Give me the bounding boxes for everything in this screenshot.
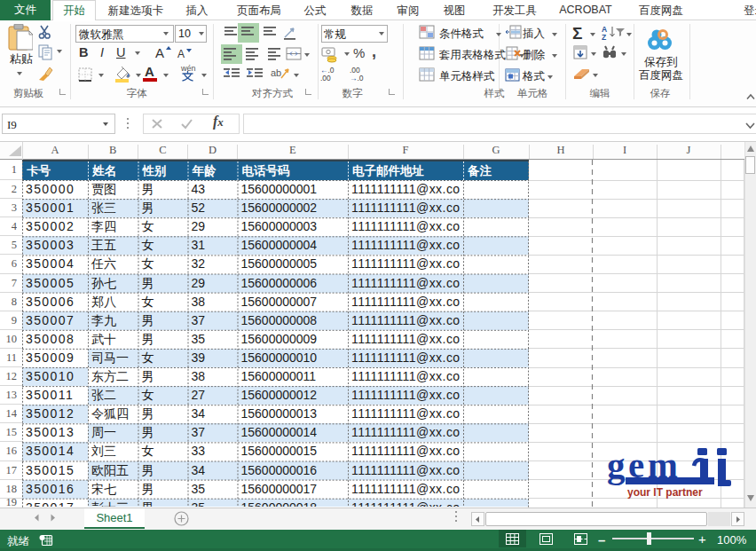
svg-text:Z: Z (602, 33, 606, 41)
svg-text:your IT partner: your IT partner (627, 486, 703, 499)
svg-text:ab: ab (271, 67, 281, 78)
